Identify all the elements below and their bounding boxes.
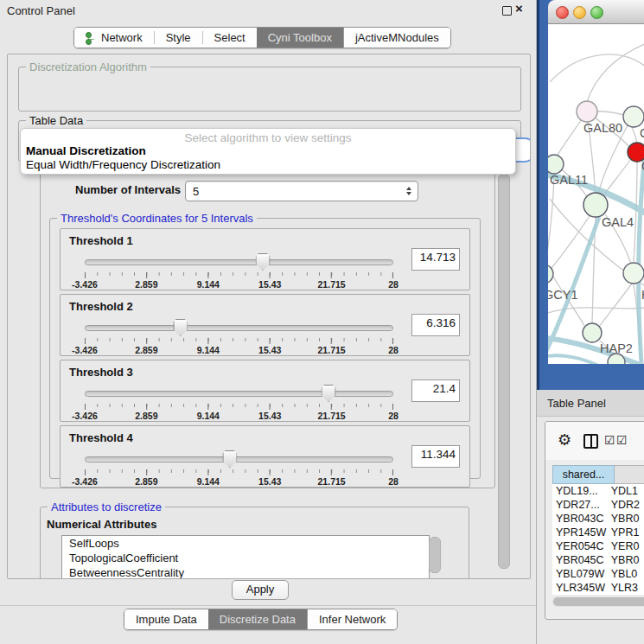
- close-icon[interactable]: ×: [515, 1, 523, 16]
- slider-track[interactable]: [85, 325, 393, 331]
- node-gal80[interactable]: [577, 101, 597, 122]
- zoom-traffic-icon[interactable]: [590, 6, 603, 19]
- column-header-name[interactable]: na: [615, 465, 644, 484]
- gear-icon[interactable]: ⚙: [558, 430, 571, 450]
- tab-impute-data[interactable]: Impute Data: [124, 609, 208, 629]
- threshold-value-field[interactable]: 14.713: [411, 248, 460, 271]
- slider-thumb[interactable]: [256, 253, 271, 271]
- tick-label: 28: [388, 411, 399, 421]
- tick-label: 28: [388, 476, 399, 487]
- combo-spinner-icon[interactable]: [406, 187, 411, 195]
- cell: YBL079W: [552, 567, 608, 581]
- network-window: GAL80 GA C GAL11 GAL4 GCY1 H HAP2: [548, 0, 644, 364]
- tab-jactivemnodules[interactable]: jActiveMNodules: [343, 28, 450, 48]
- node-gal4[interactable]: [583, 193, 608, 217]
- threshold-label: Threshold 2: [69, 300, 133, 313]
- cell: YDR2: [608, 498, 644, 512]
- table-row[interactable]: YDR27...YDR2: [552, 498, 644, 512]
- numerical-attributes-list: SelfLoops TopologicalCoefficient Between…: [61, 535, 430, 579]
- tick-label: -3.426: [72, 279, 98, 290]
- slider-track[interactable]: [85, 391, 393, 397]
- node-h[interactable]: [623, 263, 644, 284]
- cell: YBR0: [608, 512, 644, 526]
- tab-network[interactable]: Network: [74, 28, 154, 48]
- slider-track[interactable]: [85, 259, 393, 265]
- table-hscrollbar[interactable]: [552, 596, 644, 607]
- table-row[interactable]: YBR043CYBR0: [552, 512, 644, 526]
- num-intervals-combobox[interactable]: 5: [185, 181, 418, 201]
- tab-label: Impute Data: [136, 613, 197, 626]
- node-hap2[interactable]: [583, 323, 602, 342]
- tab-label: Cyni Toolbox: [268, 31, 332, 44]
- checkbox-icon[interactable]: ☑: [604, 433, 615, 447]
- float-icon[interactable]: [502, 6, 512, 16]
- table-data-title: Table Data: [26, 114, 86, 127]
- cell: YLR3: [608, 581, 644, 595]
- dropdown-item-equal-width[interactable]: Equal Width/Frequency Discretization: [26, 158, 220, 171]
- node-ga[interactable]: [623, 106, 644, 127]
- threshold-slider[interactable]: -3.426 2.859 9.144 15.43 21.715 28: [85, 385, 393, 419]
- node-label: GA: [640, 126, 644, 140]
- minimize-traffic-icon[interactable]: [573, 6, 586, 19]
- tick-label: 2.859: [135, 345, 157, 355]
- tick-label: 15.43: [258, 279, 281, 290]
- node-label: GAL4: [602, 215, 634, 229]
- threshold-value-field[interactable]: 21.4: [411, 379, 460, 402]
- numerical-attributes-label: Numerical Attributes: [47, 518, 156, 531]
- slider-track[interactable]: [85, 456, 393, 462]
- tab-select[interactable]: Select: [203, 28, 257, 48]
- cell: YER054C: [552, 539, 608, 553]
- threshold-value-field[interactable]: 11.344: [411, 445, 460, 468]
- cyni-content-panel: Discretization Algorithm Table Data galF…: [7, 54, 531, 579]
- panel-scrollbar[interactable]: [498, 174, 510, 569]
- slider-thumb[interactable]: [322, 385, 336, 402]
- tab-label: Infer Network: [319, 613, 386, 626]
- table-row[interactable]: YER054CYER0: [552, 539, 644, 553]
- threshold-slider[interactable]: -3.426 2.859 9.144 15.43 21.715 28: [85, 450, 393, 485]
- dropdown-item-manual[interactable]: Manual Discretization: [26, 144, 146, 157]
- list-item[interactable]: BetweennessCentrality: [62, 565, 429, 579]
- table-row[interactable]: YDL19...YDL1: [552, 484, 644, 498]
- table-row[interactable]: YBR045CYBR0: [552, 553, 644, 567]
- tab-infer-network[interactable]: Infer Network: [307, 609, 397, 629]
- list-item[interactable]: SelfLoops: [62, 536, 429, 551]
- network-icon: [86, 32, 97, 44]
- tick-label: 28: [388, 279, 399, 290]
- threshold-panel: Threshold 4 -3.426 2.859 9.144 15.43 21.…: [60, 425, 470, 488]
- node-gal11[interactable]: [548, 155, 564, 174]
- thresholds-group-title: Threshold's Coordinates for 5 Intervals: [57, 212, 257, 225]
- tick-label: -3.426: [72, 411, 98, 421]
- threshold-value-field[interactable]: 6.316: [411, 314, 460, 336]
- algorithm-dropdown: Select algorithm to view settings Manual…: [20, 128, 516, 175]
- network-canvas[interactable]: GAL80 GA C GAL11 GAL4 GCY1 H HAP2: [548, 24, 644, 364]
- threshold-slider[interactable]: -3.426 2.859 9.144 15.43 21.715 28: [85, 253, 393, 288]
- network-titlebar[interactable]: [548, 0, 644, 24]
- table-row[interactable]: YLR345WYLR3: [552, 581, 644, 595]
- threshold-panel: Threshold 3 -3.426 2.859 9.144 15.43 21.…: [60, 360, 470, 422]
- tab-discretize-data[interactable]: Discretize Data: [208, 609, 307, 629]
- tab-cyni-toolbox[interactable]: Cyni Toolbox: [257, 28, 343, 48]
- list-item[interactable]: TopologicalCoefficient: [62, 551, 429, 565]
- slider-thumb[interactable]: [173, 319, 188, 336]
- nodes[interactable]: [548, 101, 644, 364]
- close-traffic-icon[interactable]: [556, 6, 569, 19]
- table-row[interactable]: YPR145WYPR1: [552, 526, 644, 539]
- slider-thumb[interactable]: [222, 450, 237, 468]
- table-row[interactable]: YBL079WYBL0: [552, 567, 644, 581]
- tick-label: 21.715: [318, 345, 346, 355]
- cell: YDL1: [608, 484, 644, 498]
- slider-ticks: [85, 469, 393, 475]
- columns-icon[interactable]: [583, 434, 598, 449]
- tick-label: 15.43: [258, 345, 281, 355]
- table-rows: YDL19...YDL1 YDR27...YDR2 YBR043CYBR0 YP…: [552, 484, 644, 595]
- tick-label: 15.43: [258, 411, 281, 421]
- checkbox-icon[interactable]: ☑: [616, 433, 628, 447]
- threshold-slider[interactable]: -3.426 2.859 9.144 15.43 21.715 28: [85, 319, 393, 354]
- threshold-panel: Threshold 1 -3.426 2.859 9.144 15.43 21.…: [60, 228, 470, 290]
- tab-style[interactable]: Style: [155, 28, 202, 48]
- apply-button[interactable]: Apply: [232, 580, 289, 600]
- column-header-shared[interactable]: shared...: [552, 465, 615, 484]
- tab-label: Discretize Data: [220, 613, 296, 626]
- list-scrollbar[interactable]: [429, 537, 441, 573]
- algorithm-group-title: Discretization Algorithm: [26, 61, 150, 73]
